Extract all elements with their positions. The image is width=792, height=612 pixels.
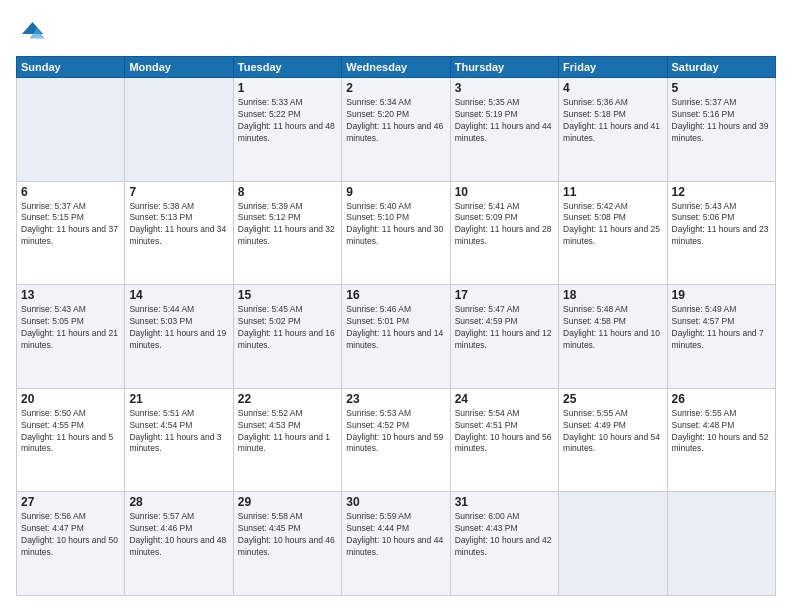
day-number: 3 [455,81,554,95]
day-info: Sunrise: 5:48 AM Sunset: 4:58 PM Dayligh… [563,304,662,352]
day-number: 1 [238,81,337,95]
day-info: Sunrise: 5:51 AM Sunset: 4:54 PM Dayligh… [129,408,228,456]
calendar-cell: 29Sunrise: 5:58 AM Sunset: 4:45 PM Dayli… [233,492,341,596]
day-number: 24 [455,392,554,406]
day-number: 28 [129,495,228,509]
calendar-week-row: 27Sunrise: 5:56 AM Sunset: 4:47 PM Dayli… [17,492,776,596]
calendar-week-row: 1Sunrise: 5:33 AM Sunset: 5:22 PM Daylig… [17,78,776,182]
calendar-cell: 21Sunrise: 5:51 AM Sunset: 4:54 PM Dayli… [125,388,233,492]
weekday-header-wednesday: Wednesday [342,57,450,78]
calendar-cell: 4Sunrise: 5:36 AM Sunset: 5:18 PM Daylig… [559,78,667,182]
day-info: Sunrise: 5:41 AM Sunset: 5:09 PM Dayligh… [455,201,554,249]
calendar-cell: 2Sunrise: 5:34 AM Sunset: 5:20 PM Daylig… [342,78,450,182]
day-info: Sunrise: 5:34 AM Sunset: 5:20 PM Dayligh… [346,97,445,145]
day-number: 2 [346,81,445,95]
calendar-cell [17,78,125,182]
calendar-cell: 7Sunrise: 5:38 AM Sunset: 5:13 PM Daylig… [125,181,233,285]
day-info: Sunrise: 5:45 AM Sunset: 5:02 PM Dayligh… [238,304,337,352]
calendar-cell: 18Sunrise: 5:48 AM Sunset: 4:58 PM Dayli… [559,285,667,389]
day-info: Sunrise: 5:43 AM Sunset: 5:06 PM Dayligh… [672,201,771,249]
calendar-week-row: 20Sunrise: 5:50 AM Sunset: 4:55 PM Dayli… [17,388,776,492]
day-info: Sunrise: 5:35 AM Sunset: 5:19 PM Dayligh… [455,97,554,145]
calendar-table: SundayMondayTuesdayWednesdayThursdayFrid… [16,56,776,596]
day-info: Sunrise: 5:37 AM Sunset: 5:16 PM Dayligh… [672,97,771,145]
day-info: Sunrise: 5:56 AM Sunset: 4:47 PM Dayligh… [21,511,120,559]
calendar-cell: 11Sunrise: 5:42 AM Sunset: 5:08 PM Dayli… [559,181,667,285]
day-number: 27 [21,495,120,509]
day-number: 22 [238,392,337,406]
calendar-cell: 24Sunrise: 5:54 AM Sunset: 4:51 PM Dayli… [450,388,558,492]
day-number: 6 [21,185,120,199]
day-info: Sunrise: 5:57 AM Sunset: 4:46 PM Dayligh… [129,511,228,559]
calendar-cell: 20Sunrise: 5:50 AM Sunset: 4:55 PM Dayli… [17,388,125,492]
day-info: Sunrise: 5:44 AM Sunset: 5:03 PM Dayligh… [129,304,228,352]
weekday-header-monday: Monday [125,57,233,78]
day-number: 9 [346,185,445,199]
calendar-cell: 8Sunrise: 5:39 AM Sunset: 5:12 PM Daylig… [233,181,341,285]
day-number: 21 [129,392,228,406]
day-number: 15 [238,288,337,302]
calendar-week-row: 6Sunrise: 5:37 AM Sunset: 5:15 PM Daylig… [17,181,776,285]
calendar-cell: 31Sunrise: 6:00 AM Sunset: 4:43 PM Dayli… [450,492,558,596]
day-info: Sunrise: 5:43 AM Sunset: 5:05 PM Dayligh… [21,304,120,352]
page: SundayMondayTuesdayWednesdayThursdayFrid… [0,0,792,612]
calendar-cell: 30Sunrise: 5:59 AM Sunset: 4:44 PM Dayli… [342,492,450,596]
day-info: Sunrise: 5:52 AM Sunset: 4:53 PM Dayligh… [238,408,337,456]
calendar-cell: 17Sunrise: 5:47 AM Sunset: 4:59 PM Dayli… [450,285,558,389]
day-info: Sunrise: 6:00 AM Sunset: 4:43 PM Dayligh… [455,511,554,559]
calendar-cell: 23Sunrise: 5:53 AM Sunset: 4:52 PM Dayli… [342,388,450,492]
day-number: 19 [672,288,771,302]
calendar-cell: 16Sunrise: 5:46 AM Sunset: 5:01 PM Dayli… [342,285,450,389]
day-info: Sunrise: 5:42 AM Sunset: 5:08 PM Dayligh… [563,201,662,249]
day-info: Sunrise: 5:47 AM Sunset: 4:59 PM Dayligh… [455,304,554,352]
day-number: 25 [563,392,662,406]
day-info: Sunrise: 5:54 AM Sunset: 4:51 PM Dayligh… [455,408,554,456]
logo-icon [16,16,46,46]
calendar-cell [667,492,775,596]
calendar-cell: 12Sunrise: 5:43 AM Sunset: 5:06 PM Dayli… [667,181,775,285]
calendar-cell: 14Sunrise: 5:44 AM Sunset: 5:03 PM Dayli… [125,285,233,389]
day-info: Sunrise: 5:38 AM Sunset: 5:13 PM Dayligh… [129,201,228,249]
calendar-cell: 27Sunrise: 5:56 AM Sunset: 4:47 PM Dayli… [17,492,125,596]
calendar-cell: 1Sunrise: 5:33 AM Sunset: 5:22 PM Daylig… [233,78,341,182]
calendar-cell: 9Sunrise: 5:40 AM Sunset: 5:10 PM Daylig… [342,181,450,285]
day-number: 7 [129,185,228,199]
calendar-cell: 5Sunrise: 5:37 AM Sunset: 5:16 PM Daylig… [667,78,775,182]
day-number: 17 [455,288,554,302]
calendar-cell: 15Sunrise: 5:45 AM Sunset: 5:02 PM Dayli… [233,285,341,389]
day-number: 12 [672,185,771,199]
calendar-week-row: 13Sunrise: 5:43 AM Sunset: 5:05 PM Dayli… [17,285,776,389]
calendar-cell: 25Sunrise: 5:55 AM Sunset: 4:49 PM Dayli… [559,388,667,492]
day-info: Sunrise: 5:46 AM Sunset: 5:01 PM Dayligh… [346,304,445,352]
day-info: Sunrise: 5:50 AM Sunset: 4:55 PM Dayligh… [21,408,120,456]
day-number: 20 [21,392,120,406]
weekday-header-thursday: Thursday [450,57,558,78]
calendar-cell [559,492,667,596]
calendar-header-row: SundayMondayTuesdayWednesdayThursdayFrid… [17,57,776,78]
day-number: 31 [455,495,554,509]
day-number: 18 [563,288,662,302]
calendar-cell: 28Sunrise: 5:57 AM Sunset: 4:46 PM Dayli… [125,492,233,596]
header [16,16,776,46]
day-number: 4 [563,81,662,95]
day-number: 8 [238,185,337,199]
day-info: Sunrise: 5:55 AM Sunset: 4:48 PM Dayligh… [672,408,771,456]
day-number: 5 [672,81,771,95]
day-info: Sunrise: 5:49 AM Sunset: 4:57 PM Dayligh… [672,304,771,352]
day-number: 13 [21,288,120,302]
weekday-header-sunday: Sunday [17,57,125,78]
weekday-header-tuesday: Tuesday [233,57,341,78]
calendar-cell [125,78,233,182]
calendar-cell: 3Sunrise: 5:35 AM Sunset: 5:19 PM Daylig… [450,78,558,182]
day-number: 10 [455,185,554,199]
day-info: Sunrise: 5:59 AM Sunset: 4:44 PM Dayligh… [346,511,445,559]
calendar-cell: 10Sunrise: 5:41 AM Sunset: 5:09 PM Dayli… [450,181,558,285]
day-number: 16 [346,288,445,302]
day-info: Sunrise: 5:33 AM Sunset: 5:22 PM Dayligh… [238,97,337,145]
day-info: Sunrise: 5:39 AM Sunset: 5:12 PM Dayligh… [238,201,337,249]
logo [16,16,50,46]
weekday-header-saturday: Saturday [667,57,775,78]
calendar-cell: 22Sunrise: 5:52 AM Sunset: 4:53 PM Dayli… [233,388,341,492]
calendar-cell: 13Sunrise: 5:43 AM Sunset: 5:05 PM Dayli… [17,285,125,389]
day-info: Sunrise: 5:58 AM Sunset: 4:45 PM Dayligh… [238,511,337,559]
